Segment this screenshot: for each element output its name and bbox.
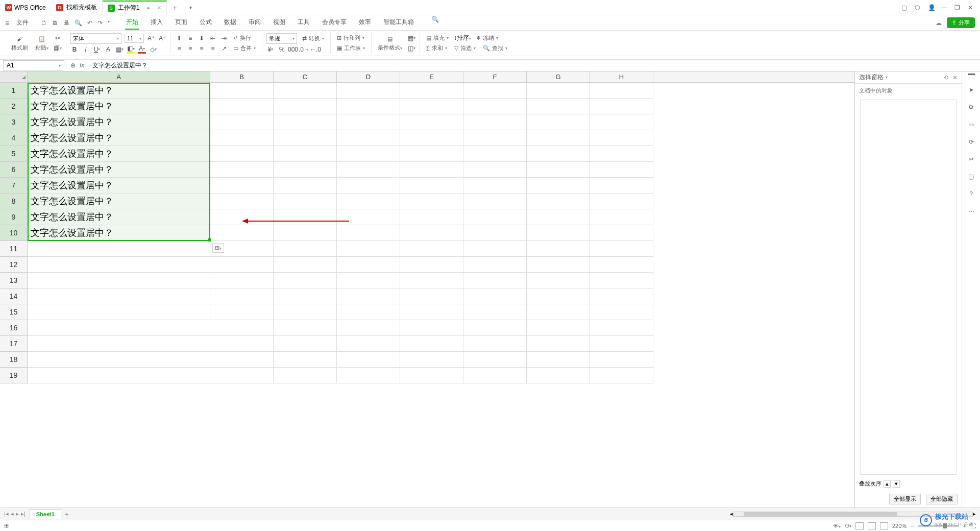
cell[interactable] [590, 178, 653, 194]
align-left-icon[interactable]: ≡ [175, 44, 183, 53]
spreadsheet[interactable]: ◢ A B C D E F G H 1234567891011121314151… [0, 71, 854, 508]
row-header[interactable]: 5 [0, 146, 27, 162]
cell[interactable] [463, 114, 527, 130]
tab-view[interactable]: 视图 [272, 16, 286, 30]
row-header[interactable]: 8 [0, 194, 27, 209]
cell[interactable] [337, 304, 400, 320]
cell[interactable] [527, 194, 590, 209]
cell[interactable] [590, 194, 653, 209]
cells-area[interactable]: ⊞ 文字怎么设置居中？文字怎么设置居中？文字怎么设置居中？文字怎么设置居中？文字… [28, 83, 854, 383]
tab-template[interactable]: D 找稻壳模板 [51, 1, 103, 15]
align-bottom-icon[interactable]: ⬇ [198, 34, 206, 42]
cell[interactable] [274, 320, 337, 336]
wrap-button[interactable]: ↵换行 [231, 34, 253, 42]
cell[interactable] [210, 83, 274, 99]
cell[interactable] [400, 288, 463, 304]
comma-icon[interactable]: 000 [289, 45, 297, 54]
cell[interactable] [527, 83, 590, 99]
cell[interactable] [590, 368, 653, 383]
cell[interactable] [463, 225, 527, 241]
cell[interactable] [527, 288, 590, 304]
cell[interactable] [590, 304, 653, 320]
indent-dec-icon[interactable]: ⇤ [209, 34, 217, 42]
cell[interactable] [210, 336, 274, 352]
cell[interactable] [527, 368, 590, 383]
clear-format-icon[interactable]: ◇ [149, 45, 157, 54]
cell[interactable] [527, 178, 590, 194]
freeze-button[interactable]: ❄冻结 [474, 34, 500, 42]
col-header-b[interactable]: B [210, 71, 274, 82]
cell[interactable] [210, 288, 274, 304]
col-header-d[interactable]: D [337, 71, 400, 82]
fill-button[interactable]: ▤填充 [424, 34, 451, 42]
formula-input[interactable]: 文字怎么设置居中？ [88, 61, 980, 70]
row-header[interactable]: 15 [0, 304, 27, 320]
cell[interactable] [274, 336, 337, 352]
cell[interactable] [274, 288, 337, 304]
cell[interactable] [527, 99, 590, 114]
cell[interactable] [337, 368, 400, 383]
row-header[interactable]: 19 [0, 368, 27, 383]
cell[interactable] [590, 352, 653, 368]
cell[interactable] [28, 368, 210, 383]
search-icon[interactable]: 🔍 [431, 16, 439, 30]
cell[interactable] [274, 162, 337, 178]
cell[interactable] [527, 130, 590, 146]
export-icon[interactable]: 🗎 [52, 19, 58, 27]
prev-sheet-icon[interactable]: ◂ [11, 511, 14, 517]
cloud-icon[interactable]: ☁ [936, 19, 942, 27]
zoom-out-icon[interactable]: − [911, 523, 914, 529]
cell[interactable] [590, 225, 653, 241]
cell[interactable] [400, 241, 463, 257]
clipboard-tool-icon[interactable]: ▭ [967, 120, 976, 129]
fx-icon[interactable]: fx [80, 62, 84, 69]
cell[interactable] [527, 273, 590, 288]
cell[interactable] [400, 99, 463, 114]
cell[interactable] [274, 352, 337, 368]
device-icon[interactable]: ▢ [967, 172, 976, 181]
cell[interactable] [527, 209, 590, 225]
cell[interactable] [463, 146, 527, 162]
history-icon[interactable]: ⟳ [967, 137, 976, 147]
minimize-icon[interactable]: — [941, 5, 947, 11]
cell[interactable] [337, 194, 400, 209]
reading-view-icon[interactable] [880, 522, 888, 529]
merge-button[interactable]: ▭合并 [231, 44, 258, 53]
tab-insert[interactable]: 插入 [150, 16, 164, 30]
cell[interactable] [210, 209, 274, 225]
cell[interactable] [527, 257, 590, 273]
cell[interactable] [527, 304, 590, 320]
cell[interactable] [590, 130, 653, 146]
cut-icon[interactable]: ✂ [54, 34, 62, 42]
cell[interactable] [337, 130, 400, 146]
cell[interactable] [400, 194, 463, 209]
cell[interactable] [590, 257, 653, 273]
orientation-icon[interactable]: ↗ [220, 44, 228, 53]
cell[interactable] [527, 225, 590, 241]
paste-button[interactable]: 📋 粘贴 [33, 34, 51, 53]
tab-workbook[interactable]: S 工作簿1 ● ✕ [103, 1, 167, 15]
cell[interactable]: 文字怎么设置居中？ [28, 114, 210, 130]
col-header-a[interactable]: A [28, 71, 210, 82]
tab-formula[interactable]: 公式 [199, 16, 213, 30]
cell[interactable] [527, 352, 590, 368]
cell[interactable] [463, 320, 527, 336]
dec-dec-icon[interactable]: ←.0 [311, 45, 320, 54]
cell[interactable] [400, 352, 463, 368]
row-header[interactable]: 13 [0, 273, 27, 288]
appearance-icon[interactable]: ▢ [901, 5, 908, 11]
select-all-corner[interactable]: ◢ [0, 71, 28, 82]
border-icon[interactable]: ▦ [115, 45, 124, 54]
cell[interactable] [400, 209, 463, 225]
cell[interactable] [590, 273, 653, 288]
zoom-value[interactable]: 220% [892, 523, 906, 529]
fill-color-icon[interactable]: ◧ [127, 45, 135, 54]
cell[interactable] [28, 273, 210, 288]
row-header[interactable]: 11 [0, 241, 27, 257]
align-justify-icon[interactable]: ≡ [209, 44, 217, 53]
cell[interactable] [210, 352, 274, 368]
worksheet-button[interactable]: ▦工作表 [335, 44, 367, 53]
cell[interactable] [463, 288, 527, 304]
cell[interactable] [337, 320, 400, 336]
row-header[interactable]: 2 [0, 99, 27, 114]
